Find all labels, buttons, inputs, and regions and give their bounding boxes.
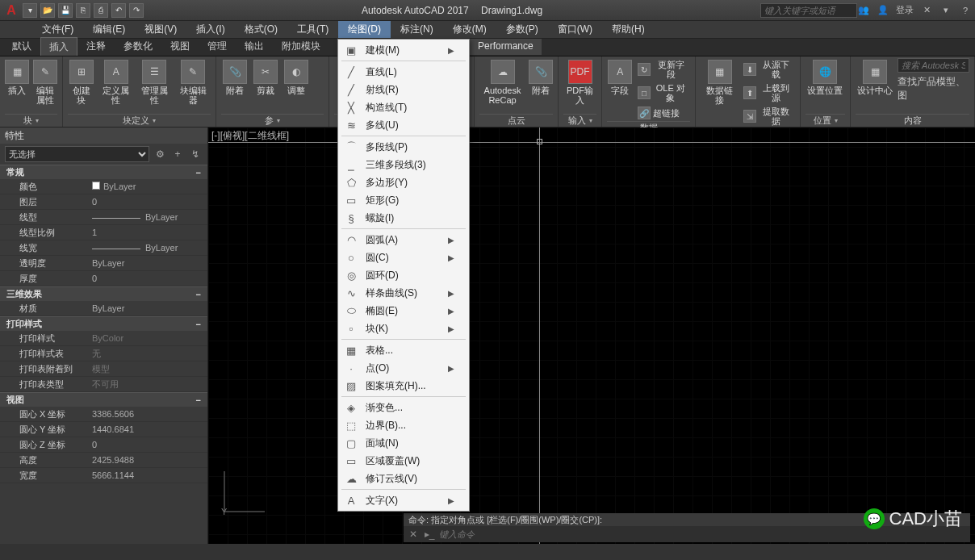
property-group-header[interactable]: 打印样式− [0, 316, 207, 331]
menu-item[interactable]: ⌒多段线(P) [338, 138, 469, 156]
menu-item[interactable]: ·点(O)▶ [338, 359, 469, 377]
panel-arrow-icon[interactable]: ▾ [277, 117, 280, 124]
menu-file[interactable]: 文件(F) [32, 21, 83, 38]
btn-update-field[interactable]: ↻更新字段 [636, 58, 690, 81]
menu-item[interactable]: ☁修订云线(V) [338, 470, 469, 487]
tab-default[interactable]: 默认 [3, 36, 40, 56]
help-icon[interactable]: ? [959, 4, 972, 17]
panel-arrow-icon[interactable]: ▾ [589, 117, 592, 124]
btn-extract[interactable]: ⇲提取数据 [742, 105, 795, 127]
quick-select-icon[interactable]: ⚙ [153, 147, 167, 161]
menu-help[interactable]: 帮助(H) [602, 21, 655, 38]
content-search-input[interactable] [898, 58, 969, 73]
btn-create-block[interactable]: ⊞创建块 [68, 58, 95, 107]
tab-addins[interactable]: 附加模块 [273, 36, 329, 56]
panel-arrow-icon[interactable]: ▾ [153, 117, 156, 124]
btn-manage-attr[interactable]: ☰管理属性 [137, 58, 173, 107]
property-row[interactable]: 线型ByLayer [0, 210, 207, 225]
menu-item[interactable]: ∿样条曲线(S)▶ [338, 284, 469, 302]
qat-save-icon[interactable]: 💾 [58, 3, 73, 18]
menu-item[interactable]: ▢面域(N) [338, 434, 469, 452]
property-row[interactable]: 打印表附着到模型 [0, 361, 207, 377]
menu-insert[interactable]: 插入(I) [186, 21, 234, 38]
selection-dropdown[interactable]: 无选择 [5, 146, 149, 162]
property-row[interactable]: 厚度0 [0, 271, 207, 286]
login-link[interactable]: 登录 [896, 4, 914, 16]
property-row[interactable]: 材质ByLayer [0, 301, 207, 316]
menu-item[interactable]: ▫块(K)▶ [338, 320, 469, 337]
viewport-label[interactable]: [-][俯视][二维线框] [211, 129, 289, 143]
menu-item[interactable]: ▣建模(M)▶ [338, 41, 469, 59]
qat-saveas-icon[interactable]: ⎘ [76, 3, 90, 18]
menu-edit[interactable]: 编辑(E) [83, 21, 135, 38]
toggle-pickadd-icon[interactable]: ↯ [188, 147, 203, 161]
property-row[interactable]: 图层0 [0, 194, 207, 210]
property-row[interactable]: 高度2425.9488 [0, 453, 207, 468]
exchange-icon[interactable]: ✕ [920, 4, 933, 17]
btn-def-attr[interactable]: A定义属性 [98, 58, 134, 107]
btn-attach[interactable]: 📎附着 [221, 58, 249, 97]
menu-item[interactable]: ⎯三维多段线(3) [338, 156, 469, 173]
property-row[interactable]: 线宽ByLayer [0, 240, 207, 256]
command-close-icon[interactable]: ✕ [407, 528, 420, 541]
menu-item[interactable]: ⬭椭圆(E)▶ [338, 302, 469, 320]
panel-arrow-icon[interactable]: ▾ [36, 117, 39, 124]
property-group-header[interactable]: 视图− [0, 392, 207, 407]
menu-item[interactable]: ◎圆环(D) [338, 266, 469, 284]
property-row[interactable]: 圆心 Z 坐标0 [0, 437, 207, 453]
tab-insert[interactable]: 插入 [40, 37, 77, 56]
property-row[interactable]: 圆心 X 坐标3386.5606 [0, 407, 207, 422]
tab-output[interactable]: 输出 [236, 36, 273, 56]
tab-performance[interactable]: Performance [470, 39, 542, 55]
tab-annotate[interactable]: 注释 [77, 36, 115, 56]
menu-parameters[interactable]: 参数(P) [496, 21, 548, 38]
btn-download[interactable]: ⬇从源下载 [742, 58, 795, 81]
btn-upload[interactable]: ⬆上载到源 [742, 81, 795, 104]
btn-attach-pc[interactable]: 📎附着 [529, 58, 553, 97]
property-row[interactable]: 宽度5666.1144 [0, 468, 207, 483]
btn-field[interactable]: A字段 [607, 58, 633, 97]
btn-design-center[interactable]: ▦设计中心 [856, 58, 894, 97]
property-row[interactable]: 透明度ByLayer [0, 256, 207, 271]
tab-view[interactable]: 视图 [161, 36, 199, 56]
menu-view[interactable]: 视图(V) [135, 21, 186, 38]
btn-datalink[interactable]: ▦数据链接 [701, 58, 739, 107]
btn-set-location[interactable]: 🌐设置位置 [806, 58, 844, 97]
tab-parametric[interactable]: 参数化 [115, 36, 161, 56]
menu-format[interactable]: 格式(O) [235, 21, 287, 38]
property-row[interactable]: 圆心 Y 坐标1440.6841 [0, 422, 207, 437]
menu-item[interactable]: ○圆(C)▶ [338, 249, 469, 266]
qat-plot-icon[interactable]: ⎙ [94, 3, 108, 18]
help-search-input[interactable] [760, 3, 857, 18]
btn-clip[interactable]: ✂剪裁 [252, 58, 279, 97]
user-icon[interactable]: 👤 [877, 4, 889, 17]
menu-item[interactable]: ╳构造线(T) [338, 98, 469, 116]
btn-pdf-import[interactable]: PDFPDF输入 [563, 58, 596, 107]
btn-adjust[interactable]: ◐调整 [282, 58, 310, 97]
drawing-viewport[interactable]: [-][俯视][二维线框] X Y [208, 127, 975, 544]
tab-manage[interactable]: 管理 [199, 36, 236, 56]
btn-edit-attr[interactable]: ✎编辑属性 [32, 58, 57, 107]
property-row[interactable]: 打印样式表无 [0, 346, 207, 361]
menu-item[interactable]: ◠圆弧(A)▶ [338, 231, 469, 249]
menu-item[interactable]: ⬠多边形(Y) [338, 173, 469, 191]
panel-arrow-icon[interactable]: ▾ [835, 117, 838, 124]
menu-item[interactable]: ⬚边界(B)... [338, 416, 469, 434]
menu-item[interactable]: ≋多线(U) [338, 116, 469, 134]
menu-item[interactable]: ╱直线(L) [338, 63, 469, 81]
qat-redo-icon[interactable]: ↷ [129, 3, 144, 18]
property-row[interactable]: 颜色ByLayer [0, 179, 207, 194]
property-group-header[interactable]: 三维效果− [0, 286, 207, 301]
menu-tools[interactable]: 工具(T) [287, 21, 338, 38]
btn-hyperlink[interactable]: 🔗超链接 [636, 105, 690, 121]
property-row[interactable]: 打印表类型不可用 [0, 377, 207, 392]
menu-item[interactable]: ◈渐变色... [338, 399, 469, 416]
help-dropdown-icon[interactable]: ▾ [939, 4, 952, 17]
menu-item[interactable]: ▨图案填充(H)... [338, 377, 469, 395]
btn-insert-block[interactable]: ▦插入 [5, 58, 29, 97]
property-row[interactable]: 线型比例1 [0, 225, 207, 240]
qat-undo-icon[interactable]: ↶ [111, 3, 126, 18]
property-row[interactable]: 打印样式ByColor [0, 331, 207, 346]
menu-modify[interactable]: 修改(M) [443, 21, 496, 38]
menu-draw[interactable]: 绘图(D) [338, 21, 391, 38]
